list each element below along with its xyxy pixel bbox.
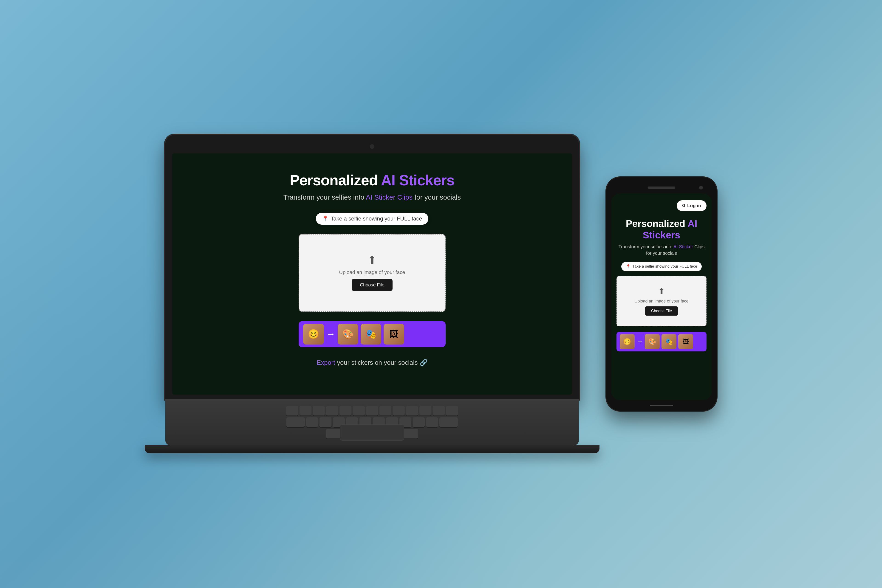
laptop-face-placeholder-3: 🎭 <box>361 324 381 345</box>
laptop-subtitle-part1: Transform your selfies into <box>284 194 366 201</box>
phone-app-title: Personalized AI Stickers <box>626 218 697 241</box>
laptop-screen-container: Personalized AI Stickers Transform your … <box>165 135 579 399</box>
key <box>286 417 305 427</box>
phone-notch-bar <box>611 182 712 194</box>
key <box>326 406 338 416</box>
laptop-app-title: Personalized AI Stickers <box>290 172 454 189</box>
phone-screen: G Log in Personalized AI Stickers Transf… <box>611 194 712 400</box>
laptop-subtitle: Transform your selfies into AI Sticker C… <box>284 194 461 201</box>
laptop-sticker-preview-bar: 😊 → 🎨 🎭 🖼 <box>298 321 446 347</box>
key <box>286 406 298 416</box>
laptop-sticker-face-2: 🎨 <box>338 324 358 345</box>
key <box>380 406 392 416</box>
keyboard-row-1 <box>286 406 458 416</box>
laptop-sticker-face-4: 🖼 <box>384 324 404 345</box>
phone-speaker <box>648 186 675 189</box>
phone-title-part1: Personalized <box>626 218 687 229</box>
pin-icon: 📍 <box>322 216 328 222</box>
phone-sticker-face-2: 🎨 <box>645 334 660 349</box>
key <box>313 406 325 416</box>
laptop-touchpad[interactable] <box>340 424 404 441</box>
key <box>339 406 351 416</box>
key <box>440 417 458 427</box>
laptop-title-part1: Personalized <box>290 172 381 189</box>
phone-pin-icon: 📍 <box>626 264 631 269</box>
laptop-sticker-face-3: 🎭 <box>361 324 381 345</box>
laptop-subtitle-part2: for your socials <box>412 194 461 201</box>
laptop-face-placeholder-1: 😊 <box>303 324 324 345</box>
laptop-keyboard <box>165 399 579 445</box>
laptop-face-placeholder-2: 🎨 <box>338 324 358 345</box>
phone-choose-file-button[interactable]: Choose File <box>645 306 678 316</box>
phone-subtitle-part3: for your socials <box>646 250 677 256</box>
key <box>419 406 431 416</box>
key <box>406 406 418 416</box>
phone-device: G Log in Personalized AI Stickers Transf… <box>606 177 717 411</box>
phone-login-label: Log in <box>687 203 701 208</box>
key <box>300 406 312 416</box>
scene: Personalized AI Stickers Transform your … <box>165 135 717 453</box>
google-icon: G <box>682 203 686 208</box>
phone-sticker-face-3: 🎭 <box>662 334 676 349</box>
phone-title-highlight: AI <box>688 218 698 229</box>
key <box>393 406 405 416</box>
laptop-selfie-badge: 📍 Take a selfie showing your FULL face <box>316 213 429 225</box>
phone-subtitle: Transform your selfies into AI Sticker C… <box>616 243 706 256</box>
phone-subtitle-part1: Transform your selfies into <box>618 244 674 249</box>
key <box>426 417 438 427</box>
phone-upload-zone[interactable]: ⬆ Upload an image of your face Choose Fi… <box>616 276 706 326</box>
laptop-export-text: Export your stickers on your socials 🔗 <box>316 359 428 366</box>
upload-icon: ⬆ <box>368 255 377 266</box>
phone-selfie-badge-text: Take a selfie showing your FULL face <box>633 264 698 269</box>
laptop-export-link[interactable]: Export <box>316 359 335 366</box>
key <box>353 406 365 416</box>
laptop-sticker-face-1: 😊 <box>303 324 324 345</box>
laptop-upload-text: Upload an image of your face <box>339 269 405 275</box>
laptop-camera-bar <box>172 142 572 151</box>
laptop-face-placeholder-4: 🖼 <box>384 324 404 345</box>
phone-upload-text: Upload an image of your face <box>634 299 688 304</box>
key <box>446 406 458 416</box>
phone-sticker-face-1: 😊 <box>620 334 634 349</box>
key <box>320 417 332 427</box>
phone-sticker-face-4: 🖼 <box>678 334 693 349</box>
key <box>433 406 445 416</box>
phone-selfie-badge: 📍 Take a selfie showing your FULL face <box>621 262 702 271</box>
laptop-foot <box>145 445 600 453</box>
laptop-title-highlight: AI Stickers <box>381 172 454 189</box>
key <box>413 417 425 427</box>
phone-camera <box>699 186 703 189</box>
key <box>366 406 378 416</box>
laptop-selfie-badge-text: Take a selfie showing your FULL face <box>331 216 422 222</box>
phone-subtitle-link: AI Sticker <box>674 244 693 249</box>
key <box>306 417 318 427</box>
laptop-subtitle-link: AI Sticker Clips <box>366 194 412 201</box>
laptop-choose-file-button[interactable]: Choose File <box>352 279 393 291</box>
phone-upload-icon: ⬆ <box>658 286 665 296</box>
phone-sticker-arrow: → <box>636 338 643 345</box>
phone-subtitle-part2: Clips <box>693 244 705 249</box>
phone-login-button[interactable]: G Log in <box>676 200 706 211</box>
laptop-sticker-arrow: → <box>326 329 335 339</box>
laptop-device: Personalized AI Stickers Transform your … <box>165 135 579 453</box>
phone-title-part3: Stickers <box>643 230 680 240</box>
laptop-upload-zone[interactable]: ⬆ Upload an image of your face Choose Fi… <box>298 234 446 312</box>
laptop-export-suffix: your stickers on your socials 🔗 <box>335 359 428 366</box>
laptop-screen: Personalized AI Stickers Transform your … <box>172 153 572 394</box>
laptop-camera <box>370 144 374 149</box>
phone-sticker-preview-bar: 😊 → 🎨 🎭 🖼 <box>616 332 706 351</box>
phone-home-indicator <box>650 405 673 406</box>
